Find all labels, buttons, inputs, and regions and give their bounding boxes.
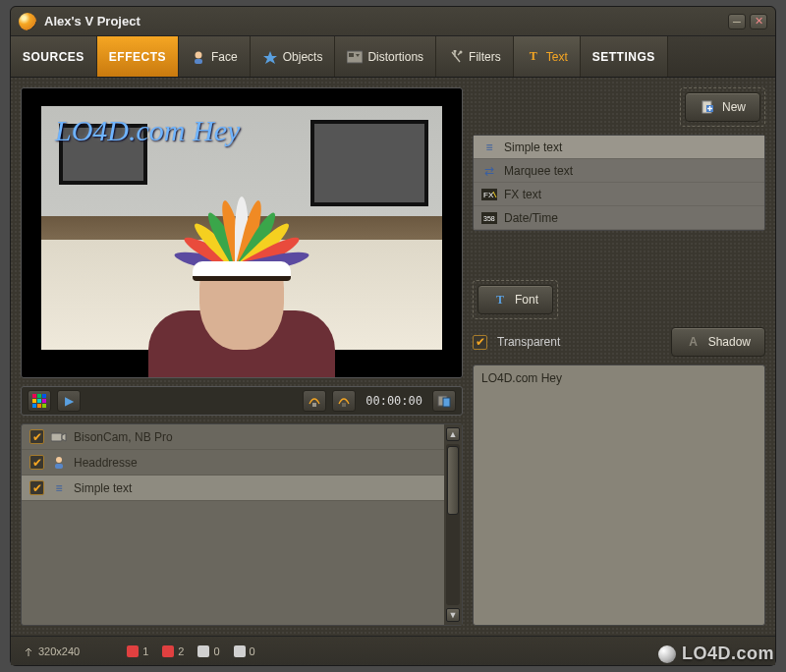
timecode: 00:00:00	[365, 394, 422, 408]
minimize-button[interactable]: ─	[728, 14, 746, 29]
play-button[interactable]: ▶	[57, 390, 81, 412]
tab-text[interactable]: T Text	[514, 36, 581, 77]
svg-point-5	[454, 50, 457, 53]
scroll-up-button[interactable]: ▲	[446, 427, 460, 441]
resolution-indicator: 320x240	[23, 645, 80, 657]
text-icon: T	[526, 49, 541, 65]
globe-icon	[658, 645, 676, 663]
svg-rect-9	[42, 394, 46, 398]
preview-toolbar: ▶ 00:00:00	[21, 386, 463, 416]
date-icon: 358	[481, 211, 497, 225]
tab-effects[interactable]: EFFECTS	[97, 36, 179, 77]
overlay-text: LO4D.com Hey	[55, 114, 240, 147]
shadow-icon: A	[686, 334, 702, 350]
tab-settings[interactable]: SETTINGS	[581, 36, 668, 77]
svg-rect-7	[32, 394, 36, 398]
fx-icon: FX	[481, 188, 497, 201]
shadow-button[interactable]: A Shadow	[671, 327, 765, 357]
objects-icon	[262, 49, 278, 65]
filters-icon	[448, 49, 464, 65]
layer-row[interactable]: ✔ ≡ Simple text	[22, 476, 444, 501]
tab-face[interactable]: Face	[179, 36, 251, 77]
text-lines-icon: ≡	[51, 481, 67, 495]
text-style-marquee[interactable]: ⇄ Marquee text	[474, 159, 764, 183]
font-button[interactable]: T Font	[477, 285, 553, 314]
scroll-down-button[interactable]: ▼	[446, 608, 460, 622]
svg-rect-1	[195, 59, 202, 64]
broadcast-2-button[interactable]	[332, 390, 356, 412]
svg-point-0	[196, 51, 202, 58]
status-counter: 0	[197, 645, 219, 657]
layer-checkbox[interactable]: ✔	[29, 455, 44, 470]
font-icon: T	[492, 292, 508, 308]
main-tabs: SOURCES EFFECTS Face Objects Distortions…	[11, 36, 775, 78]
layer-row[interactable]: ✔ BisonCam, NB Pro	[22, 424, 444, 450]
svg-text:358: 358	[483, 215, 495, 222]
text-lines-icon: ≡	[481, 140, 497, 154]
close-button[interactable]: ✕	[750, 14, 767, 29]
broadcast-1-button[interactable]	[303, 390, 326, 412]
layer-label: Headdresse	[74, 456, 138, 470]
svg-rect-8	[37, 394, 41, 398]
svg-rect-23	[55, 464, 63, 469]
headdress-overlay	[153, 195, 330, 281]
tab-sources[interactable]: SOURCES	[11, 36, 97, 77]
layer-scrollbar[interactable]: ▲ ▼	[444, 424, 462, 625]
status-counter: 1	[127, 645, 148, 657]
text-style-list: ≡ Simple text ⇄ Marquee text FX FX text …	[473, 135, 765, 231]
video-preview: LO4D.com Hey	[21, 87, 463, 378]
window-title: Alex's V Project	[44, 14, 724, 28]
tab-distortions[interactable]: Distortions	[335, 36, 436, 77]
svg-marker-21	[62, 433, 66, 441]
antenna-icon	[23, 645, 34, 657]
text-input[interactable]: LO4D.com Hey	[473, 364, 765, 626]
svg-point-22	[56, 457, 62, 463]
distortions-icon	[347, 49, 363, 65]
document-plus-icon	[700, 99, 715, 115]
svg-rect-4	[349, 53, 354, 57]
layer-checkbox[interactable]: ✔	[29, 429, 44, 444]
transparent-checkbox[interactable]: ✔	[473, 335, 487, 350]
snapshot-button[interactable]	[432, 390, 456, 412]
svg-rect-10	[32, 399, 36, 403]
app-icon	[19, 13, 36, 30]
layer-row[interactable]: ✔ Headdresse	[22, 450, 444, 476]
svg-rect-15	[42, 404, 46, 408]
svg-point-6	[460, 50, 463, 53]
titlebar: Alex's V Project ─ ✕	[11, 7, 775, 36]
person-icon	[51, 456, 67, 470]
layer-checkbox[interactable]: ✔	[29, 480, 44, 495]
camera-icon	[51, 430, 67, 444]
svg-rect-17	[342, 403, 346, 407]
svg-rect-13	[32, 404, 36, 408]
svg-rect-16	[312, 403, 316, 407]
layer-label: Simple text	[74, 481, 132, 495]
layer-label: BisonCam, NB Pro	[74, 430, 173, 444]
color-grid-button[interactable]	[28, 390, 51, 412]
svg-rect-19	[443, 398, 450, 407]
text-style-fx[interactable]: FX FX text	[474, 183, 764, 206]
scroll-thumb[interactable]	[447, 446, 459, 515]
status-counter: 2	[162, 645, 184, 657]
marquee-icon: ⇄	[481, 164, 497, 178]
app-window: Alex's V Project ─ ✕ SOURCES EFFECTS Fac…	[10, 6, 776, 666]
layer-list: ✔ BisonCam, NB Pro ✔ Headdresse ✔ ≡ Simp…	[21, 423, 463, 626]
svg-rect-12	[42, 399, 46, 403]
text-style-simple[interactable]: ≡ Simple text	[474, 136, 764, 159]
tab-filters[interactable]: Filters	[436, 36, 514, 77]
svg-text:FX: FX	[483, 191, 494, 199]
content-area: LO4D.com Hey ▶ 00:00:00	[11, 78, 775, 636]
tab-objects[interactable]: Objects	[251, 36, 336, 77]
text-style-datetime[interactable]: 358 Date/Time	[474, 206, 764, 230]
svg-marker-2	[263, 51, 277, 64]
svg-rect-14	[37, 404, 41, 408]
new-button[interactable]: New	[685, 92, 760, 122]
watermark: LO4D.com	[658, 644, 774, 664]
svg-rect-20	[51, 433, 62, 441]
transparent-label: Transparent	[497, 335, 661, 349]
svg-rect-11	[37, 399, 41, 403]
face-icon	[191, 49, 206, 65]
status-counter: 0	[234, 645, 255, 657]
